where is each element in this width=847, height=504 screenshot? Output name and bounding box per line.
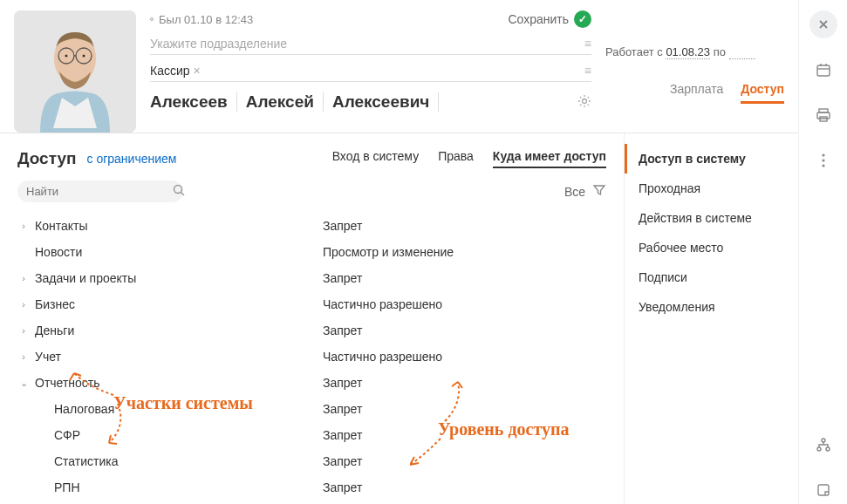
menu-icon[interactable]: ≡: [584, 37, 591, 51]
tree-row[interactable]: РПНЗапрет: [17, 474, 606, 501]
tree-label[interactable]: Бизнес: [35, 297, 323, 311]
sidebar-item[interactable]: Уведомления: [625, 292, 798, 322]
sidebar-item[interactable]: Проходная: [625, 174, 798, 203]
search-box[interactable]: [17, 180, 183, 202]
access-level[interactable]: Запрет: [323, 376, 362, 390]
more-icon[interactable]: [809, 146, 837, 174]
svg-line-8: [181, 193, 185, 196]
middle-name[interactable]: Алексеевич: [332, 92, 439, 112]
tree-row[interactable]: ⌄ОтчетностьЗапрет: [17, 370, 606, 396]
search-icon[interactable]: [173, 184, 185, 199]
chevron-right-icon[interactable]: ›: [17, 325, 30, 336]
filter-icon[interactable]: [592, 183, 606, 200]
check-icon: ✓: [574, 10, 591, 28]
gear-icon[interactable]: [577, 94, 591, 111]
tree-label[interactable]: Задачи и проекты: [35, 271, 323, 285]
remove-chip-icon[interactable]: ×: [194, 64, 201, 78]
date-to[interactable]: [729, 45, 755, 59]
department-field[interactable]: Укажите подразделение ≡: [150, 33, 591, 55]
tree-label[interactable]: Новости: [35, 245, 323, 259]
chevron-right-icon[interactable]: ›: [17, 221, 30, 231]
access-level[interactable]: Запрет: [323, 219, 362, 233]
svg-point-17: [822, 159, 824, 161]
avatar[interactable]: [14, 10, 136, 133]
svg-rect-9: [817, 65, 830, 76]
subtab-login[interactable]: Вход в систему: [332, 149, 420, 168]
tree-label[interactable]: Отчетность: [35, 376, 323, 390]
tree-row[interactable]: ›ДеньгиЗапрет: [17, 317, 606, 344]
svg-rect-14: [817, 112, 830, 119]
access-level[interactable]: Запрет: [323, 271, 362, 285]
svg-point-16: [822, 153, 824, 156]
subtab-access-to[interactable]: Куда имеет доступ: [493, 149, 606, 168]
access-level[interactable]: Запрет: [323, 480, 362, 494]
tree-row[interactable]: НалоговаяЗапрет: [17, 396, 606, 422]
sidebar-item[interactable]: Рабочее место: [625, 233, 798, 262]
chevron-down-icon[interactable]: ⌄: [17, 378, 30, 389]
search-input[interactable]: [26, 185, 173, 198]
first-name[interactable]: Алексей: [246, 92, 324, 112]
tab-access[interactable]: Доступ: [741, 82, 784, 104]
tree-label[interactable]: СФР: [54, 428, 323, 442]
tree-row[interactable]: ›КонтактыЗапрет: [17, 213, 606, 239]
employment-dates: Работает с 01.08.23 по: [605, 45, 784, 59]
svg-point-21: [826, 447, 830, 451]
date-from[interactable]: 01.08.23: [666, 45, 710, 59]
svg-point-18: [822, 164, 824, 167]
tree-row[interactable]: НовостиПросмотр и изменение: [17, 239, 606, 265]
svg-point-6: [83, 55, 85, 58]
filter-all[interactable]: Все: [564, 185, 585, 199]
chevron-right-icon[interactable]: ›: [17, 273, 30, 283]
last-seen-status: Был 01.10 в 12:43: [150, 13, 253, 26]
hierarchy-icon[interactable]: [809, 431, 837, 459]
access-level[interactable]: Запрет: [323, 454, 362, 468]
access-level[interactable]: Запрет: [323, 428, 362, 442]
svg-point-20: [817, 447, 821, 451]
chevron-right-icon[interactable]: ›: [17, 299, 30, 310]
tab-salary[interactable]: Зарплата: [670, 82, 723, 104]
tree-label[interactable]: Налоговая: [54, 402, 323, 416]
note-icon[interactable]: [809, 476, 837, 504]
tree-row[interactable]: ›УчетЧастично разрешено: [17, 344, 606, 370]
name-row: Алексеев Алексей Алексеевич: [150, 87, 591, 120]
last-name[interactable]: Алексеев: [150, 92, 237, 112]
access-level[interactable]: Частично разрешено: [323, 350, 442, 364]
tree-row[interactable]: ›БизнесЧастично разрешено: [17, 291, 606, 317]
access-level[interactable]: Запрет: [323, 324, 362, 337]
chevron-right-icon[interactable]: ›: [17, 351, 30, 362]
sidebar-item[interactable]: Подписи: [625, 262, 798, 292]
tree-label[interactable]: РПН: [54, 480, 323, 494]
tree-label[interactable]: Учет: [35, 350, 323, 364]
printer-icon[interactable]: [809, 101, 837, 129]
tree-label[interactable]: Статистика: [54, 454, 323, 468]
close-icon[interactable]: [809, 10, 837, 38]
save-button[interactable]: Сохранить: [508, 12, 569, 26]
page-title: Доступ: [17, 149, 77, 168]
access-level[interactable]: Просмотр и изменение: [323, 245, 454, 259]
svg-point-19: [822, 439, 825, 442]
svg-rect-22: [818, 485, 829, 495]
subtab-rights[interactable]: Права: [438, 149, 474, 168]
sidebar-item[interactable]: Действия в системе: [625, 203, 798, 233]
tree-row[interactable]: ›Задачи и проектыЗапрет: [17, 265, 606, 291]
restriction-link[interactable]: с ограничением: [87, 152, 177, 166]
svg-point-5: [65, 55, 68, 58]
tree-label[interactable]: Контакты: [35, 219, 323, 233]
tree-label[interactable]: Деньги: [35, 324, 323, 337]
svg-point-7: [174, 186, 182, 194]
tree-row[interactable]: СтатистикаЗапрет: [17, 448, 606, 474]
position-field[interactable]: Кассир × ≡: [150, 60, 591, 82]
tree-row[interactable]: СФРЗапрет: [17, 422, 606, 448]
access-level[interactable]: Частично разрешено: [323, 297, 442, 311]
menu-icon[interactable]: ≡: [584, 64, 591, 78]
calendar-icon[interactable]: [809, 56, 837, 84]
sidebar-item[interactable]: Доступ в систему: [625, 144, 798, 174]
access-level[interactable]: Запрет: [323, 402, 362, 416]
